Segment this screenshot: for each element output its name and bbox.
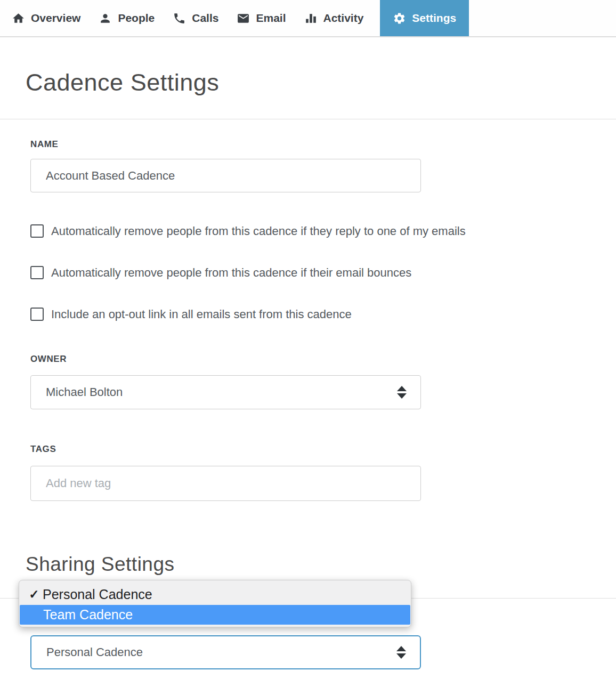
sharing-settings-title: Sharing Settings (26, 554, 616, 574)
tags-label: TAGS (30, 444, 616, 455)
checkbox-label: Automatically remove people from this ca… (51, 266, 411, 280)
remove-on-bounce-checkbox[interactable] (30, 266, 44, 279)
envelope-icon (237, 12, 250, 25)
remove-on-reply-checkbox[interactable] (30, 224, 44, 238)
opt-out-link-checkbox[interactable] (30, 308, 44, 321)
tab-overview[interactable]: Overview (3, 0, 90, 36)
bar-chart-icon (304, 12, 318, 25)
divider (0, 119, 616, 119)
sharing-select-value: Personal Cadence (46, 645, 143, 659)
select-arrows-icon (397, 386, 407, 399)
person-icon (99, 12, 112, 25)
top-nav: Overview People Calls Email Activity Set… (0, 0, 616, 37)
page-title: Cadence Settings (26, 70, 616, 94)
tab-people[interactable]: People (90, 0, 164, 36)
tags-input[interactable] (30, 466, 421, 501)
checkbox-label: Include an opt-out link in all emails se… (51, 308, 352, 321)
tab-label: Activity (323, 12, 364, 25)
checkbox-row: Include an opt-out link in all emails se… (30, 308, 616, 321)
checkbox-row: Automatically remove people from this ca… (30, 224, 616, 238)
sharing-dropdown-menu: ✓ Personal Cadence Team Cadence (19, 580, 411, 627)
dropdown-option-label: Team Cadence (43, 607, 133, 623)
owner-select-value: Michael Bolton (46, 385, 123, 399)
tab-label: Email (256, 12, 286, 25)
tab-label: Settings (412, 12, 456, 25)
cadence-settings-form: NAME Automatically remove people from th… (0, 139, 616, 501)
tab-label: Overview (31, 12, 80, 25)
name-input[interactable] (30, 159, 421, 192)
owner-select[interactable]: Michael Bolton (30, 375, 421, 409)
checkbox-group: Automatically remove people from this ca… (30, 224, 616, 321)
name-label: NAME (30, 139, 616, 150)
tab-email[interactable]: Email (228, 0, 295, 36)
dropdown-option-team-cadence[interactable]: Team Cadence (20, 605, 410, 625)
phone-icon (173, 12, 186, 25)
select-arrows-icon (396, 646, 406, 659)
tab-settings[interactable]: Settings (380, 0, 469, 36)
sharing-select[interactable]: Personal Cadence (30, 635, 421, 669)
owner-label: OWNER (30, 354, 616, 365)
checkmark-icon: ✓ (26, 587, 43, 602)
tab-calls[interactable]: Calls (164, 0, 228, 36)
dropdown-option-personal-cadence[interactable]: ✓ Personal Cadence (19, 584, 411, 605)
dropdown-option-label: Personal Cadence (43, 587, 152, 602)
tab-label: Calls (192, 12, 218, 25)
tab-activity[interactable]: Activity (295, 0, 373, 36)
tab-label: People (118, 12, 155, 25)
checkbox-row: Automatically remove people from this ca… (30, 266, 616, 279)
checkbox-label: Automatically remove people from this ca… (51, 224, 466, 238)
gear-icon (393, 12, 406, 25)
home-icon (12, 12, 25, 25)
